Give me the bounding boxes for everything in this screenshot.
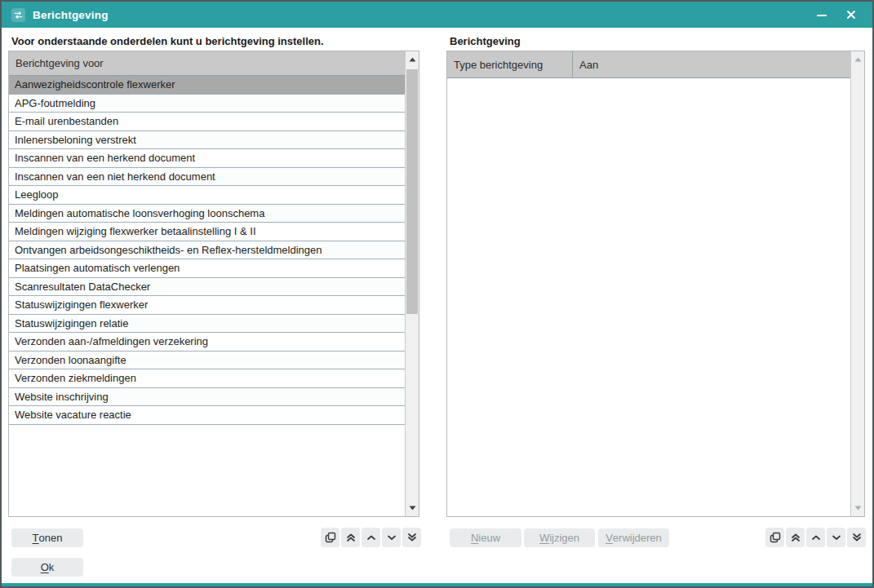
list-item[interactable]: Plaatsingen automatisch verlengen [9,259,405,278]
scroll-down-icon[interactable] [406,500,419,516]
berichtgeving-window: Berichtgeving Voor onderstaande onderdel… [0,0,874,588]
left-icon-cluster [321,528,421,547]
notification-list: Berichtgeving voor Aanwezigheidscontrole… [8,51,419,517]
list-item[interactable]: Inscannen van een herkend document [9,149,405,168]
list-item[interactable]: Inlenersbeloning verstrekt [9,131,405,150]
close-icon[interactable] [840,4,863,25]
double-chevron-up-icon[interactable] [341,528,360,547]
left-list-scrollbar[interactable] [405,51,419,516]
notification-list-rows: Aanwezigheidscontrole flexwerkerAPG-fout… [9,76,405,425]
chevron-up-icon[interactable] [806,528,825,547]
chevron-down-icon[interactable] [827,528,845,547]
chevron-down-icon[interactable] [382,528,401,547]
list-item[interactable]: Statuswijzigingen flexwerker [9,296,405,315]
scrollbar-thumb[interactable] [406,69,418,314]
list-item[interactable]: Aanwezigheidscontrole flexwerker [9,76,405,95]
list-item[interactable]: Inscannen van een niet herkend document [9,168,405,187]
bottom-accent-strip [2,583,872,586]
scroll-up-icon[interactable] [406,51,419,68]
chevron-up-icon[interactable] [362,528,380,547]
list-column-header: Berichtgeving voor [9,51,405,76]
copy-icon[interactable] [765,528,784,547]
list-item[interactable]: Leegloop [9,186,405,205]
table-header-row: Type berichtgeving Aan [447,51,850,78]
right-panel-heading: Berichtgeving [450,35,521,47]
berichtgeving-table: Type berichtgeving Aan [446,51,865,517]
ok-button[interactable]: Ok [11,558,83,577]
table-scrollbar[interactable] [850,51,864,516]
list-item[interactable]: Meldingen automatische loonsverhoging lo… [9,205,405,223]
scroll-down-icon[interactable] [851,500,864,516]
double-chevron-up-icon[interactable] [786,528,805,547]
double-chevron-down-icon[interactable] [402,528,421,547]
verwijderen-button[interactable]: Verwijderen [598,528,669,547]
tonen-button[interactable]: Tonen [11,528,83,547]
list-item[interactable]: Website vacature reactie [9,406,405,425]
double-chevron-down-icon[interactable] [847,528,866,547]
list-item[interactable]: Verzonden loonaangifte [9,351,405,370]
list-item[interactable]: Verzonden ziekmeldingen [9,369,405,388]
list-item[interactable]: E-mail urenbestanden [9,113,405,131]
window-title: Berichtgeving [33,9,109,21]
copy-icon[interactable] [321,528,339,547]
list-item[interactable]: Website inschrijving [9,388,405,407]
list-item[interactable]: Verzonden aan-/afmeldingen verzekering [9,333,405,351]
list-item[interactable]: APG-foutmelding [9,95,405,113]
scroll-up-icon[interactable] [851,51,864,68]
left-panel-heading: Voor onderstaande onderdelen kunt u beri… [11,35,324,47]
column-header-aan: Aan [573,51,850,77]
column-header-type: Type berichtgeving [447,51,573,77]
list-item[interactable]: Ontvangen arbeidsongeschiktheids- en Ref… [9,241,405,260]
window-icon [11,8,25,22]
nieuw-button[interactable]: Nieuw [450,528,521,547]
wijzigen-button[interactable]: Wijzigen [524,528,595,547]
list-item[interactable]: Scanresultaten DataChecker [9,278,405,297]
list-item[interactable]: Meldingen wijziging flexwerker betaalins… [9,223,405,241]
list-item[interactable]: Statuswijzigingen relatie [9,315,405,334]
right-icon-cluster [765,528,866,547]
titlebar: Berichtgeving [2,2,872,28]
minimize-icon[interactable] [810,4,833,25]
